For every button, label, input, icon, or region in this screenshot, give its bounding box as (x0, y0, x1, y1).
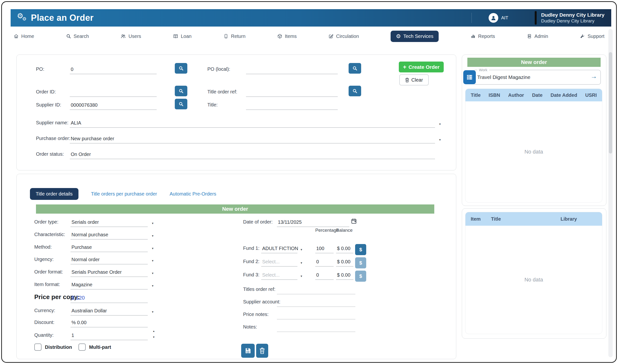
notes-row: Notes: (243, 319, 378, 332)
quantity-stepper[interactable]: 1 (70, 329, 148, 340)
supplier-account-input[interactable] (277, 296, 355, 307)
book-icon (173, 34, 178, 39)
method-select[interactable]: Purchase (70, 241, 148, 252)
fund1-select[interactable]: ADULT FICTION (261, 243, 297, 253)
work-field-value: Travel Digest Magazine (477, 74, 530, 80)
column-author: Author (508, 92, 524, 98)
nav-item-return[interactable]: Return (223, 34, 245, 39)
distribution-checkbox[interactable]: Distribution (34, 343, 72, 351)
fund1-balance-input[interactable]: $ 0.00 (336, 243, 353, 253)
fund3-percentage-input[interactable]: 0 (315, 269, 334, 280)
fund3-select[interactable]: Select... (261, 269, 297, 280)
column-isbn: ISBN (489, 92, 500, 98)
characteristic-select[interactable]: Normal purchase (70, 229, 148, 239)
column-title: Title (491, 216, 561, 222)
stepper-arrows[interactable] (153, 328, 155, 339)
title-label: Title: (207, 102, 218, 108)
order-id-search-button[interactable] (175, 86, 187, 96)
plus-icon (403, 64, 406, 70)
home-icon (13, 34, 19, 39)
percentage-header: Percentage (315, 228, 339, 233)
po-local-search-button[interactable] (348, 63, 361, 74)
purchase-order-select[interactable]: New purchase order (70, 133, 435, 143)
nav-item-users[interactable]: Users (120, 34, 141, 39)
fund2-select[interactable]: Select... (261, 256, 297, 266)
fund2-row: Fund 2: Select... 0 $ 0.00 $ (243, 254, 378, 266)
supplier-id-input[interactable]: 0000076380 (70, 99, 157, 110)
price-notes-row: Price notes: (243, 307, 378, 319)
checkbox-icon (78, 343, 86, 351)
fund2-percentage-input[interactable]: 0 (315, 256, 334, 266)
fund2-balance-input[interactable]: $ 0.00 (336, 256, 353, 266)
create-order-button[interactable]: Create Order (399, 62, 444, 72)
fund1-percentage-input[interactable]: 100 (315, 243, 334, 253)
po-local-input[interactable] (246, 64, 338, 74)
chevron-down-icon (151, 222, 154, 225)
nav-item-tech-services[interactable]: ⚙ Tech Services (391, 31, 439, 42)
chevron-down-icon (151, 284, 154, 287)
column-usri: USRI (585, 92, 597, 98)
column-library: Library (561, 216, 597, 222)
column-item: Item (471, 216, 491, 222)
nav-item-home[interactable]: Home (13, 34, 34, 39)
method-row: Method: Purchase (34, 239, 189, 252)
multi-part-checkbox[interactable]: Multi-part (78, 343, 111, 351)
nav-item-search[interactable]: Search (66, 34, 89, 39)
date-of-order-row: Date of order: 13/11/2025 (243, 214, 378, 227)
nav-item-admin[interactable]: Admin (527, 34, 548, 39)
nav-item-circulation[interactable]: Circulation (328, 34, 359, 39)
urgency-select[interactable]: Normal order (70, 254, 148, 264)
work-input[interactable]: Work Travel Digest Magazine → (473, 70, 601, 85)
list-icon (466, 74, 473, 81)
go-arrow-icon[interactable]: → (591, 73, 597, 80)
titles-order-ref-row: Titles order ref: (243, 282, 378, 294)
nav-item-reports[interactable]: Reports (471, 34, 495, 39)
titles-order-ref-input[interactable] (277, 284, 355, 294)
order-id-input[interactable] (70, 86, 157, 97)
edit-square-icon (328, 34, 334, 39)
nav-item-loan[interactable]: Loan (173, 34, 192, 39)
po-search-button[interactable] (175, 63, 187, 74)
tab-automatic-pre-orders[interactable]: Automatic Pre-Orders (169, 191, 216, 197)
lookup-row-po: PO: 0 PO (local): (36, 62, 441, 74)
order-type-select[interactable]: Serials order (70, 216, 148, 227)
fund3-balance-input[interactable]: $ 0.00 (336, 269, 353, 280)
save-button[interactable] (241, 344, 255, 358)
box-icon (277, 34, 283, 39)
user-avatar[interactable] (489, 13, 498, 23)
nav-item-support[interactable]: Support (580, 34, 605, 39)
order-status-input[interactable]: On Order (70, 148, 435, 159)
header-divider (471, 13, 472, 23)
item-format-select[interactable]: Magazine (70, 279, 148, 289)
fund3-dollar-button[interactable]: $ (355, 271, 366, 282)
price-per-copy-input[interactable]: $ 120 (70, 292, 148, 303)
date-of-order-input[interactable]: 13/11/2025 (277, 216, 349, 227)
discount-input[interactable]: % 0.00 (70, 317, 148, 327)
work-list-button[interactable] (463, 70, 476, 84)
tab-title-order-details[interactable]: Title order details (30, 188, 78, 200)
clear-button[interactable]: Clear (399, 74, 429, 85)
save-icon (245, 347, 251, 354)
title-order-ref-input[interactable] (246, 86, 338, 97)
price-notes-input[interactable] (277, 309, 355, 319)
nav-item-items[interactable]: Items (277, 34, 297, 39)
chevron-down-icon (300, 248, 303, 251)
supplier-account-row: Supplier account: (243, 294, 378, 307)
fund2-dollar-button[interactable]: $ (355, 257, 366, 268)
supplier-id-search-button[interactable] (175, 99, 187, 109)
calendar-icon[interactable] (351, 218, 357, 225)
balance-header: Balance (336, 228, 353, 233)
title-input[interactable] (246, 99, 338, 110)
notes-input[interactable] (277, 321, 355, 332)
order-format-row: Order format: Serials Purchase Order (34, 264, 189, 277)
order-format-select[interactable]: Serials Purchase Order (70, 266, 148, 277)
po-input[interactable]: 0 (70, 64, 157, 74)
tab-title-orders-per-purchase-order[interactable]: Title orders per purchase order (91, 191, 157, 197)
scrollbar-thumb[interactable] (609, 52, 612, 154)
supplier-name-select[interactable]: ALIA (70, 117, 435, 128)
currency-select[interactable]: Australian Dollar (70, 305, 148, 315)
delete-button[interactable] (256, 344, 268, 358)
chevron-down-icon (300, 275, 303, 278)
title-order-ref-search-button[interactable] (348, 86, 361, 96)
fund1-dollar-button[interactable]: $ (355, 244, 366, 255)
